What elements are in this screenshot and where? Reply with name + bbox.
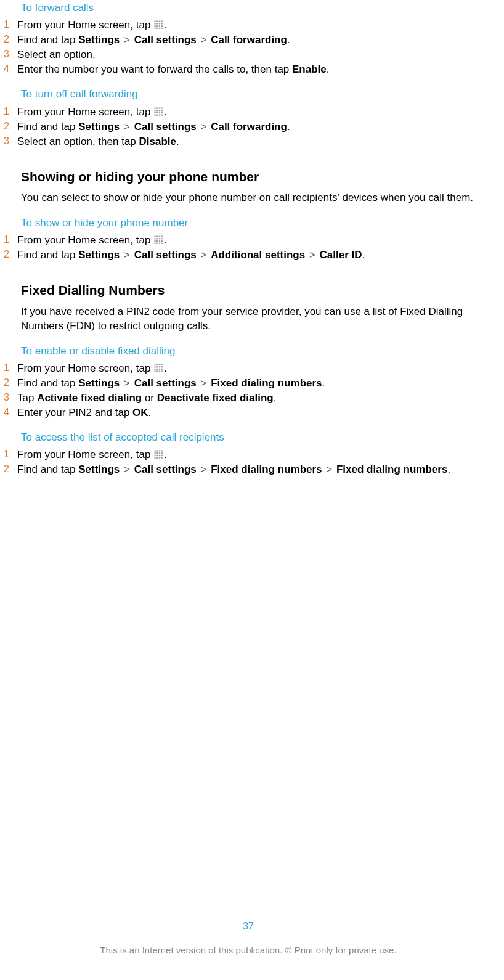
step-row: 1From your Home screen, tap . [0,234,497,247]
step-text: Tap Activate fixed dialing or Deactivate… [17,391,497,405]
step-row: 1From your Home screen, tap . [0,105,497,119]
step-number: 2 [4,120,17,133]
body-paragraph: If you have received a PIN2 code from yo… [21,305,492,333]
bold-term: OK [132,407,148,419]
step-number: 1 [4,362,17,375]
apps-grid-icon [154,235,163,245]
svg-rect-34 [159,236,160,237]
step-list: 1From your Home screen, tap .2Find and t… [0,105,497,149]
step-row: 2Find and tap Settings > Call settings >… [0,463,497,476]
bold-term: Call settings [134,463,197,475]
step-number: 4 [4,406,17,419]
svg-rect-5 [156,23,158,24]
svg-rect-41 [156,240,158,242]
step-row: 1From your Home screen, tap . [0,448,497,462]
step-number: 1 [4,448,17,461]
breadcrumb-separator: > [322,463,336,475]
svg-rect-45 [156,243,158,244]
svg-rect-22 [159,110,160,111]
svg-rect-57 [156,369,158,370]
breadcrumb-separator: > [197,463,211,475]
svg-rect-33 [156,236,158,237]
svg-rect-30 [159,114,160,115]
step-text: From your Home screen, tap . [17,18,497,32]
svg-rect-65 [156,451,158,452]
svg-rect-28 [155,114,156,115]
breadcrumb-separator: > [305,249,319,261]
step-number: 1 [4,234,17,247]
step-row: 2Find and tap Settings > Call settings >… [0,120,497,134]
apps-grid-icon [154,20,163,30]
svg-rect-55 [161,366,163,367]
svg-rect-59 [161,369,163,370]
breadcrumb-separator: > [120,249,134,261]
step-text: Find and tap Settings > Call settings > … [17,463,497,476]
step-row: 3Tap Activate fixed dialing or Deactivat… [0,391,497,405]
breadcrumb-separator: > [197,249,211,261]
step-text: From your Home screen, tap . [17,105,497,119]
step-row: 3Select an option. [0,48,497,62]
step-number: 2 [4,33,17,46]
step-row: 4Enter your PIN2 and tap OK. [0,406,497,420]
step-text: Enter your PIN2 and tap OK. [17,406,497,420]
svg-rect-8 [155,25,156,27]
svg-rect-9 [156,25,158,27]
svg-rect-0 [155,21,156,22]
bold-term: Additional settings [211,249,305,261]
svg-rect-44 [155,243,156,244]
breadcrumb-separator: > [120,34,134,46]
svg-rect-66 [159,451,160,452]
breadcrumb-separator: > [120,377,134,389]
svg-rect-6 [159,23,160,24]
svg-rect-77 [156,457,158,459]
svg-rect-7 [161,23,163,24]
step-number: 2 [4,377,17,390]
bold-term: Settings [78,34,120,46]
svg-rect-32 [155,236,156,237]
breadcrumb-separator: > [197,377,211,389]
svg-rect-31 [161,114,163,115]
svg-rect-70 [159,452,160,454]
section-heading: Fixed Dialling Numbers [21,282,497,298]
bold-term: Call settings [134,249,197,261]
footer-text: This is an Internet version of this publ… [0,944,497,957]
bold-term: Call settings [134,121,197,133]
bold-term: Caller ID [320,249,362,261]
page-number: 37 [0,920,497,933]
svg-rect-17 [156,107,158,108]
bold-term: Settings [78,377,120,389]
bold-term: Settings [78,249,120,261]
svg-rect-12 [155,28,156,29]
svg-rect-1 [156,21,158,22]
bold-term: Fixed dialing numbers [211,463,322,475]
step-list: 1From your Home screen, tap .2Find and t… [0,448,497,476]
step-row: 2Find and tap Settings > Call settings >… [0,377,497,390]
bold-term: Call forwarding [211,121,287,133]
procedure-title: To enable or disable fixed dialling [21,345,497,358]
svg-rect-68 [155,452,156,454]
svg-rect-69 [156,452,158,454]
step-text: From your Home screen, tap . [17,448,497,462]
step-text: From your Home screen, tap . [17,362,497,375]
svg-rect-42 [159,240,160,242]
svg-rect-63 [161,370,163,372]
svg-rect-72 [155,455,156,456]
svg-rect-35 [161,236,163,237]
svg-rect-21 [156,110,158,111]
svg-rect-24 [155,112,156,113]
step-row: 4Enter the number you want to forward th… [0,63,497,76]
svg-rect-43 [161,240,163,242]
svg-rect-50 [159,364,160,365]
svg-rect-25 [156,112,158,113]
svg-rect-54 [159,366,160,367]
svg-rect-58 [159,369,160,370]
svg-rect-76 [155,457,156,459]
svg-rect-73 [156,455,158,456]
svg-rect-46 [159,243,160,244]
svg-rect-38 [159,238,160,239]
svg-rect-16 [155,107,156,108]
breadcrumb-separator: > [120,121,134,133]
apps-grid-icon [154,450,163,459]
svg-rect-61 [156,370,158,372]
svg-rect-75 [161,455,163,456]
